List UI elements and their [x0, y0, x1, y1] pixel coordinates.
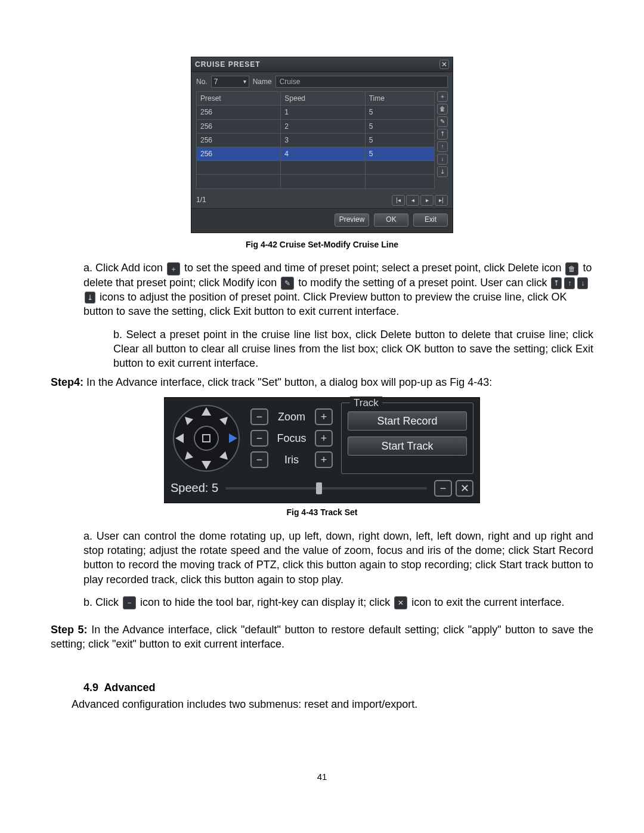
- ptz-joystick[interactable]: [171, 402, 242, 474]
- zoom-plus-button[interactable]: +: [315, 408, 333, 425]
- para-a: a. Click Add icon ＋ to set the speed and…: [83, 261, 593, 318]
- cell-speed: [281, 175, 365, 188]
- cell-speed: 3: [281, 133, 365, 147]
- step5-line: Step 5: In the Advance interface, click …: [51, 623, 593, 652]
- modify-icon-inline: ✎: [281, 277, 294, 290]
- track-legend: Track: [350, 397, 382, 410]
- cruise-fields-row: No. 7 ▾ Name Cruise: [191, 72, 453, 91]
- minimize-icon[interactable]: −: [434, 480, 452, 497]
- zoom-minus-button[interactable]: −: [250, 408, 268, 425]
- cell-preset: 256: [197, 119, 281, 133]
- move-top-icon[interactable]: ⤒: [437, 129, 448, 140]
- focus-label: Focus: [273, 431, 310, 445]
- cell-speed: 2: [281, 119, 365, 133]
- para2-b-mid: icon to hide the tool bar, right-key can…: [140, 596, 393, 608]
- preview-button[interactable]: Preview: [335, 213, 369, 227]
- add-icon-inline: ＋: [167, 262, 180, 275]
- cell-time: [365, 175, 434, 188]
- no-value: 7: [214, 77, 218, 86]
- cell-preset: 256: [197, 133, 281, 147]
- svg-point-1: [194, 426, 218, 450]
- track-group: Track Start Record Start Track: [341, 402, 473, 474]
- move-bottom-icon[interactable]: ⤓: [437, 166, 448, 177]
- delete-icon[interactable]: 🗑: [437, 104, 448, 114]
- iris-plus-button[interactable]: +: [315, 451, 333, 468]
- minimize-icon-inline: −: [123, 596, 136, 609]
- para-a-seg1: a. Click Add icon: [83, 262, 166, 274]
- exit-button[interactable]: Exit: [413, 213, 448, 227]
- para2-a: a. User can control the dome rotating up…: [83, 529, 593, 587]
- col-time: Time: [365, 92, 434, 106]
- cell-time: 5: [365, 133, 434, 147]
- close-panel-icon[interactable]: ✕: [456, 480, 473, 497]
- pager-row: 1/1 |◂ ◂ ▸ ▸|: [191, 193, 453, 208]
- table-row[interactable]: 25625: [197, 119, 435, 133]
- slider-thumb-icon[interactable]: [316, 482, 322, 494]
- speed-slider[interactable]: [225, 482, 427, 494]
- name-value: Cruise: [280, 77, 301, 86]
- start-track-button[interactable]: Start Track: [348, 436, 467, 456]
- page-next-icon[interactable]: ▸: [420, 195, 434, 206]
- para-b: b. Select a preset point in the cruise l…: [113, 327, 593, 371]
- dialog-title: CRUISE PRESET: [195, 60, 261, 69]
- move-bottom-icon-inline: ⤓: [85, 292, 95, 304]
- figure-caption-42: Fig 4-42 Cruise Set-Modify Cruise Line: [30, 239, 614, 250]
- chevron-down-icon: ▾: [243, 78, 246, 86]
- page-number: 41: [30, 771, 614, 783]
- figure-caption-43: Fig 4-43 Track Set: [30, 507, 614, 518]
- cell-preset: 256: [197, 147, 281, 160]
- table-row[interactable]: [197, 175, 435, 188]
- name-label: Name: [253, 77, 272, 86]
- step4-body: In the Advance interface, click track "S…: [86, 376, 492, 388]
- focus-minus-button[interactable]: −: [250, 430, 268, 447]
- cruise-side-buttons: ＋ 🗑 ✎ ⤒ ↑ ↓ ⤓: [437, 91, 448, 188]
- ok-button[interactable]: OK: [374, 213, 408, 227]
- para2-b: b. Click − icon to hide the tool bar, ri…: [83, 595, 593, 609]
- start-record-button[interactable]: Start Record: [348, 411, 467, 431]
- col-speed: Speed: [281, 92, 365, 106]
- add-icon[interactable]: ＋: [437, 91, 448, 102]
- page-last-icon[interactable]: ▸|: [435, 195, 448, 206]
- col-preset: Preset: [197, 92, 281, 106]
- table-row[interactable]: [197, 161, 435, 175]
- cruise-table: Preset Speed Time 25615256252563525645: [196, 91, 435, 188]
- cell-time: [365, 161, 434, 175]
- track-panel: − Zoom + − Focus + − Iris + Track Start …: [164, 397, 480, 503]
- step5-label: Step 5:: [51, 624, 88, 636]
- section-body: Advanced configuration includes two subm…: [72, 697, 593, 711]
- move-up-icon[interactable]: ↑: [437, 141, 448, 152]
- close-icon[interactable]: ✕: [439, 60, 449, 69]
- table-row[interactable]: 25645: [197, 147, 435, 160]
- cell-preset: [197, 161, 281, 175]
- zoom-focus-iris-group: − Zoom + − Focus + − Iris +: [250, 402, 333, 474]
- cell-time: 5: [365, 106, 434, 119]
- cruise-preset-dialog: CRUISE PRESET ✕ No. 7 ▾ Name Cruise Pres…: [191, 57, 453, 233]
- name-input[interactable]: Cruise: [275, 76, 448, 88]
- cell-preset: 256: [197, 106, 281, 119]
- cell-speed: [281, 161, 365, 175]
- move-down-icon-inline: ↓: [577, 277, 588, 289]
- table-row[interactable]: 25635: [197, 133, 435, 147]
- zoom-label: Zoom: [273, 410, 310, 424]
- page-first-icon[interactable]: |◂: [392, 195, 405, 206]
- para2-b-post: icon to exit the current interface.: [411, 596, 564, 608]
- step5-body: In the Advance interface, click "default…: [51, 624, 593, 650]
- focus-plus-button[interactable]: +: [315, 430, 333, 447]
- iris-minus-button[interactable]: −: [250, 451, 268, 468]
- move-down-icon[interactable]: ↓: [437, 154, 448, 165]
- para-a-seg4: to modify the setting of a preset point.…: [298, 277, 547, 289]
- step4-line: Step4: In the Advance interface, click t…: [51, 375, 593, 389]
- modify-icon[interactable]: ✎: [437, 116, 448, 127]
- cell-time: 5: [365, 119, 434, 133]
- move-up-icon-inline: ↑: [564, 277, 575, 289]
- delete-icon-inline: 🗑: [565, 262, 578, 275]
- section-heading: 4.9 Advanced: [83, 680, 593, 695]
- page-prev-icon[interactable]: ◂: [406, 195, 419, 206]
- cell-time: 5: [365, 147, 434, 160]
- dialog-titlebar: CRUISE PRESET ✕: [191, 57, 453, 72]
- cell-speed: 1: [281, 106, 365, 119]
- move-top-icon-inline: ⤒: [551, 277, 562, 289]
- cell-speed: 4: [281, 147, 365, 160]
- no-select[interactable]: 7 ▾: [211, 76, 249, 88]
- table-row[interactable]: 25615: [197, 106, 435, 119]
